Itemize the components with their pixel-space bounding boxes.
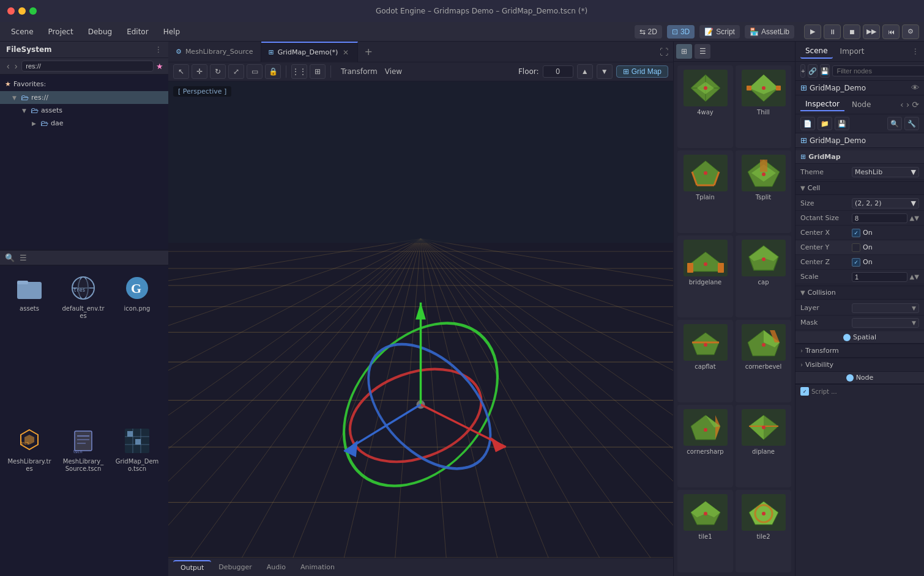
menu-debug[interactable]: Debug (82, 25, 118, 39)
select-tool[interactable]: ↖ (173, 64, 189, 79)
center-x-checkbox[interactable] (852, 229, 860, 237)
play-button[interactable]: ▶ (804, 24, 821, 39)
floor-down-button[interactable]: ▼ (597, 64, 613, 79)
import-tab[interactable]: Import (835, 45, 870, 58)
mesh-item-cornerbevel[interactable]: cornerbevel (736, 320, 791, 402)
favorites-button[interactable]: ★ (156, 62, 163, 71)
rotate-tool[interactable]: ↻ (210, 64, 226, 79)
rect-tool[interactable]: ▭ (247, 64, 263, 79)
save-scene-button[interactable]: 💾 (820, 64, 830, 78)
mesh-item-tile1[interactable]: tile1 (677, 490, 733, 572)
mesh-item-thill[interactable]: Thill (736, 65, 791, 148)
grid-map-button[interactable]: ⊞ Grid Map (616, 65, 668, 78)
file-item-meshlibrary-source[interactable]: tscn MeshLibrary_Source.tscn (59, 424, 108, 572)
menu-help[interactable]: Help (157, 25, 186, 39)
octant-size-input[interactable] (852, 213, 907, 223)
inspector-nav-back[interactable]: ‹ (900, 100, 904, 109)
play-custom-button[interactable]: ⏮ (882, 24, 900, 39)
bottom-tab-debugger[interactable]: Debugger (211, 561, 259, 574)
mesh-item-tile2[interactable]: tile2 (736, 490, 791, 572)
path-input[interactable] (21, 61, 154, 72)
close-dot[interactable] (7, 7, 15, 15)
insp-new-script[interactable]: 📄 (800, 117, 815, 130)
snap-tool[interactable]: ⋮⋮ (291, 64, 307, 79)
lock-tool[interactable]: 🔒 (265, 64, 281, 79)
floor-up-button[interactable]: ▲ (577, 64, 593, 79)
filter-nodes-input[interactable] (832, 65, 924, 76)
bottom-tab-output[interactable]: Output (173, 560, 211, 574)
theme-dropdown[interactable]: MeshLib ▼ (852, 167, 919, 177)
center-y-checkbox[interactable] (852, 243, 860, 252)
filesystem-menu-btn[interactable]: ⋮ (155, 45, 162, 54)
file-item-default-env[interactable]: tres default_env.tres (59, 271, 108, 419)
octant-spinner[interactable]: ▲▼ (910, 215, 919, 221)
move-tool[interactable]: ✛ (192, 64, 207, 79)
menu-project[interactable]: Project (42, 25, 80, 39)
back-button[interactable]: ‹ (5, 61, 12, 71)
maximize-dot[interactable] (29, 7, 37, 15)
pause-button[interactable]: ⏸ (824, 24, 841, 39)
file-item-meshlibrary[interactable]: tres MeshLibrary.tres (5, 424, 54, 572)
file-item-icon[interactable]: G icon.png (113, 271, 162, 419)
tree-item-assets[interactable]: ▼ 🗁 assets (0, 104, 168, 117)
minimize-dot[interactable] (18, 7, 26, 15)
mesh-grid-view-button[interactable]: ⊞ (676, 44, 692, 59)
inspector-nav-history[interactable]: ⟳ (912, 100, 919, 109)
insp-save[interactable]: 💾 (835, 117, 849, 130)
tab-meshlibrary-source[interactable]: ⚙ MeshLibrary_Source (168, 42, 261, 62)
tree-item-res[interactable]: ▼ 🗁 res:// (0, 91, 168, 104)
node-tab-btn[interactable]: Node (847, 98, 876, 111)
tree-item-dae[interactable]: ▶ 🗁 dae (0, 117, 168, 130)
insp-folder[interactable]: 📁 (818, 117, 832, 130)
mask-value[interactable]: ▼ (852, 318, 919, 328)
mesh-item-tsplit[interactable]: Tsplit (736, 150, 791, 233)
gridmap-section-header[interactable]: ⊞ GridMap (795, 150, 924, 164)
tab-add-button[interactable]: + (358, 46, 378, 57)
insp-search[interactable]: 🔍 (887, 117, 902, 130)
inspector-tab-btn[interactable]: Inspector (800, 98, 844, 111)
file-item-gridmap-demo[interactable]: GridMap_Demo.tscn (113, 424, 162, 572)
collision-section-header[interactable]: ▼ Collision (795, 286, 924, 300)
visibility-toggle-button[interactable]: 👁 (911, 83, 919, 92)
mesh-item-4way[interactable]: 4way (677, 65, 733, 148)
menu-scene[interactable]: Scene (5, 25, 40, 39)
grid-tool[interactable]: ⊞ (310, 64, 326, 79)
scale-spinner[interactable]: ▲▼ (910, 273, 919, 280)
tab-gridmap-demo[interactable]: ⊞ GridMap_Demo(*) ✕ (261, 42, 359, 62)
inspector-nav-forward[interactable]: › (906, 100, 910, 109)
scene-tab[interactable]: Scene (800, 44, 833, 59)
search-files-button[interactable]: 🔍 (5, 253, 15, 262)
tab-close-button[interactable]: ✕ (341, 48, 350, 57)
floor-input[interactable] (543, 65, 573, 78)
script-button[interactable]: 📝 Script (699, 25, 740, 39)
add-node-button[interactable]: + (800, 64, 805, 78)
fullscreen-button[interactable]: ⛶ (655, 47, 673, 57)
center-z-checkbox[interactable] (852, 258, 860, 267)
mesh-list-view-button[interactable]: ☰ (695, 44, 710, 59)
mesh-item-tplain[interactable]: Tplain (677, 150, 733, 233)
viewport-3d[interactable]: [ Perspective ] (168, 81, 673, 558)
mesh-item-bridgelane[interactable]: bridgelane (677, 235, 733, 318)
mesh-item-diplane[interactable]: diplane (736, 405, 791, 487)
mesh-item-capflat[interactable]: capflat (677, 320, 733, 402)
assetlib-button[interactable]: 🏪 AssetLib (745, 25, 794, 39)
cell-section-header[interactable]: ▼ Cell (795, 181, 924, 195)
scene-panel-menu[interactable]: ⋮ (912, 47, 919, 56)
forward-button[interactable]: › (13, 61, 20, 71)
mesh-item-cap[interactable]: cap (736, 235, 791, 318)
insp-wrench[interactable]: 🔧 (904, 117, 919, 130)
file-item-assets[interactable]: assets (5, 271, 54, 419)
window-controls[interactable] (7, 7, 37, 15)
view-2d-button[interactable]: ⇆ 2D (635, 25, 662, 39)
mesh-item-cornersharp[interactable]: cornersharp (677, 405, 733, 487)
play-scene-button[interactable]: ▶▶ (863, 24, 880, 39)
stop-button[interactable]: ⏹ (843, 24, 860, 39)
bottom-tab-audio[interactable]: Audio (259, 561, 293, 574)
scale-tool[interactable]: ⤢ (228, 64, 244, 79)
settings-button[interactable]: ⚙ (902, 24, 919, 39)
scale-input[interactable] (852, 272, 907, 282)
list-view-button[interactable]: ☰ (20, 253, 27, 262)
view-3d-button[interactable]: ⊡ 3D (667, 25, 695, 39)
menu-editor[interactable]: Editor (121, 25, 155, 39)
layer-value[interactable]: ▼ (852, 303, 919, 313)
